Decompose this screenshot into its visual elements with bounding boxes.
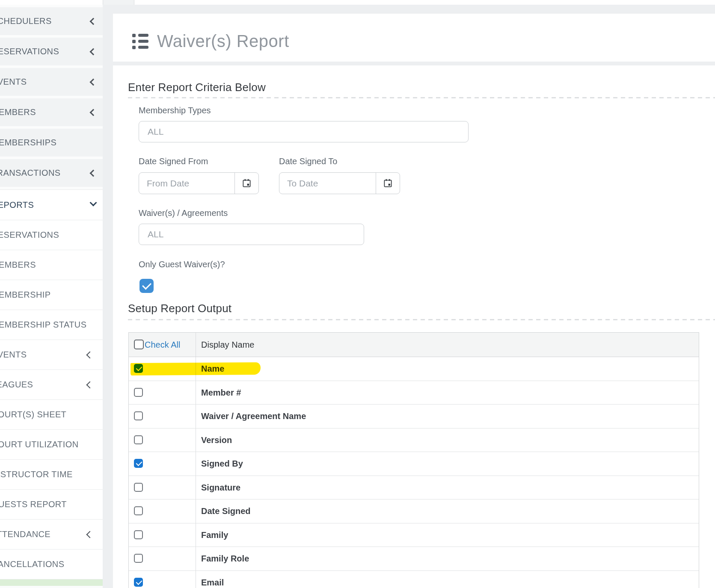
page-title: Waiver(s) Report	[157, 32, 289, 51]
check-all-checkbox[interactable]	[134, 340, 144, 349]
report-output-table: Check All Display Name Name Member #	[128, 332, 699, 588]
date-to-input[interactable]	[279, 173, 376, 194]
sidebar-subitem-label: MEMBERS	[0, 260, 36, 270]
row-checkbox[interactable]	[134, 364, 143, 373]
row-checkbox[interactable]	[134, 411, 143, 420]
sidebar-subitem-label: EVENTS	[0, 350, 27, 360]
sidebar-item-reports[interactable]: REPORTS	[0, 189, 103, 220]
date-from-calendar-button[interactable]	[234, 173, 258, 194]
sidebar-subitem-membership-status[interactable]: MEMBERSHIP STATUS	[0, 310, 103, 340]
row-label: Email	[201, 577, 224, 587]
sidebar-subitem-cancellations[interactable]: CANCELLATIONS	[0, 549, 103, 579]
sidebar-subitem-leagues[interactable]: LEAGUES	[0, 369, 103, 399]
sidebar-item-schedulers[interactable]: SCHEDULERS	[0, 7, 103, 35]
date-from-input[interactable]	[139, 173, 234, 194]
sidebar-subitem-events[interactable]: EVENTS	[0, 340, 103, 369]
sidebar-item-label: REPORTS	[0, 200, 34, 210]
sidebar-subitem-label: ATTENDANCE	[0, 529, 50, 539]
only-guest-waivers-label: Only Guest Waiver(s)?	[139, 260, 225, 269]
sidebar-subitem-court-utilization[interactable]: COURT UTILIZATION	[0, 429, 103, 459]
row-checkbox[interactable]	[134, 459, 143, 468]
sidebar-item-memberships[interactable]: MEMBERSHIPS	[0, 129, 103, 157]
chevron-left-icon	[90, 48, 97, 55]
chevron-left-icon	[90, 109, 97, 116]
criteria-section-title: Enter Report Criteria Below	[128, 81, 266, 94]
date-signed-from-label: Date Signed From	[139, 157, 208, 166]
table-row-version[interactable]: Version	[129, 428, 699, 452]
membership-types-input[interactable]	[139, 121, 469, 142]
sidebar-subitem-label: CANCELLATIONS	[0, 559, 64, 569]
row-checkbox[interactable]	[134, 435, 143, 444]
waivers-agreements-input[interactable]	[139, 224, 364, 245]
sidebar-subitem-label: MEMBERSHIP STATUS	[0, 320, 86, 330]
waivers-report-page: SCHEDULERS RESERVATIONS EVENTS MEMBERS M…	[0, 0, 715, 588]
row-label: Signed By	[201, 459, 243, 469]
table-row-family[interactable]: Family	[129, 523, 699, 547]
column-divider	[196, 452, 196, 476]
row-checkbox[interactable]	[134, 554, 143, 563]
top-tab-fragment	[103, 0, 134, 5]
column-divider	[196, 523, 196, 547]
sidebar-subitem-courts-sheet[interactable]: COURT(S) SHEET	[0, 399, 103, 429]
table-row-name[interactable]: Name	[129, 357, 699, 381]
main-content: Waiver(s) Report Enter Report Criteria B…	[103, 5, 715, 588]
sidebar-subitem-guests-report[interactable]: GUESTS REPORT	[0, 489, 103, 519]
sidebar-subitem-members[interactable]: MEMBERS	[0, 250, 103, 280]
sidebar-item-label: EVENTS	[0, 77, 27, 87]
top-strip	[0, 0, 715, 5]
display-name-column-header: Display Name	[201, 340, 254, 350]
row-checkbox[interactable]	[134, 483, 143, 492]
sidebar-item-label: MEMBERS	[0, 107, 36, 117]
row-label: Date Signed	[201, 506, 251, 516]
chevron-left-icon	[90, 169, 97, 177]
row-checkbox[interactable]	[134, 388, 143, 397]
section-divider	[128, 319, 715, 320]
table-row-signature[interactable]: Signature	[129, 476, 699, 500]
sidebar-subitem-attendance[interactable]: ATTENDANCE	[0, 519, 103, 549]
sidebar-item-label: SCHEDULERS	[0, 16, 52, 26]
row-label: Family Role	[201, 554, 249, 564]
sidebar-subitem-active-waivers[interactable]	[0, 579, 103, 586]
table-row-member-number[interactable]: Member #	[129, 381, 699, 405]
row-label: Family	[201, 530, 228, 540]
date-to-calendar-button[interactable]	[376, 173, 400, 194]
sidebar-subitem-instructor-time[interactable]: INSTRUCTOR TIME	[0, 459, 103, 489]
table-row-email[interactable]: Email	[129, 571, 699, 588]
membership-types-label: Membership Types	[139, 106, 211, 115]
chevron-down-icon	[90, 199, 97, 207]
column-divider	[196, 571, 196, 588]
sidebar-reports-subgroup: RESERVATIONS MEMBERS MEMBERSHIP MEMBERSH…	[0, 220, 103, 586]
sidebar-item-label: TRANSACTIONS	[0, 168, 60, 178]
sidebar-subitem-reservations[interactable]: RESERVATIONS	[0, 220, 103, 250]
date-signed-to-label: Date Signed To	[279, 157, 337, 166]
sidebar-top-group: SCHEDULERS RESERVATIONS EVENTS MEMBERS M…	[0, 5, 103, 187]
report-list-icon	[132, 34, 148, 49]
check-all-label[interactable]: Check All	[145, 340, 180, 350]
row-label: Name	[201, 364, 224, 374]
output-section-title: Setup Report Output	[128, 302, 231, 315]
sidebar-item-events[interactable]: EVENTS	[0, 68, 103, 96]
sidebar-nav: SCHEDULERS RESERVATIONS EVENTS MEMBERS M…	[0, 5, 103, 588]
row-checkbox[interactable]	[134, 530, 143, 539]
sidebar-subitem-membership[interactable]: MEMBERSHIP	[0, 280, 103, 310]
table-row-family-role[interactable]: Family Role	[129, 547, 699, 571]
table-row-signed-by[interactable]: Signed By	[129, 452, 699, 476]
sidebar-item-label: RESERVATIONS	[0, 47, 59, 56]
column-divider	[196, 499, 196, 523]
table-row-date-signed[interactable]: Date Signed	[129, 499, 699, 523]
table-header-row: Check All Display Name	[129, 333, 699, 357]
only-guest-waivers-checkbox[interactable]	[139, 279, 154, 293]
row-checkbox[interactable]	[134, 506, 143, 515]
table-row-waiver-agreement-name[interactable]: Waiver / Agreement Name	[129, 405, 699, 428]
sidebar-item-transactions[interactable]: TRANSACTIONS	[0, 159, 103, 187]
row-checkbox[interactable]	[134, 578, 143, 587]
sidebar-item-members[interactable]: MEMBERS	[0, 98, 103, 126]
row-label: Member #	[201, 387, 241, 397]
date-from-group	[139, 172, 259, 194]
column-divider	[196, 381, 196, 405]
sidebar-item-label: MEMBERSHIPS	[0, 138, 56, 148]
sidebar-item-reservations[interactable]: RESERVATIONS	[0, 38, 103, 65]
column-divider	[196, 357, 196, 381]
column-divider	[196, 476, 196, 499]
sidebar-subitem-label: COURT(S) SHEET	[0, 410, 66, 420]
